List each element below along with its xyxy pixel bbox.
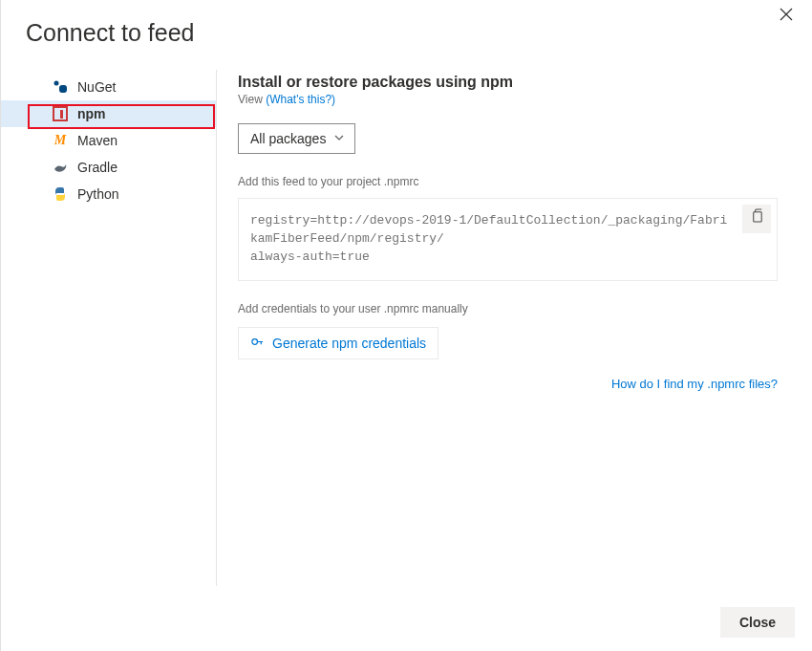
- npmrc-code-block: registry=http://devops-2019-1/DefaultCol…: [238, 198, 778, 281]
- section-label-user-npmrc: Add credentials to your user .npmrc manu…: [238, 302, 778, 315]
- sidebar-item-label: Python: [77, 186, 119, 202]
- view-dropdown[interactable]: All packages: [238, 123, 355, 154]
- code-line: always-auth=true: [250, 249, 733, 267]
- sidebar-item-nuget[interactable]: NuGet: [1, 74, 216, 100]
- sidebar-item-maven[interactable]: M Maven: [1, 127, 216, 154]
- sidebar-item-npm[interactable]: npm: [1, 100, 216, 127]
- sidebar-item-label: Gradle: [77, 160, 118, 175]
- code-line: registry=http://devops-2019-1/DefaultCol…: [250, 212, 733, 249]
- svg-rect-1: [59, 85, 67, 93]
- whats-this-link[interactable]: (What's this?): [266, 93, 335, 106]
- gradle-icon: [53, 160, 68, 175]
- sidebar-item-label: npm: [77, 106, 106, 121]
- svg-rect-4: [753, 212, 760, 222]
- sidebar-item-label: Maven: [77, 133, 118, 148]
- view-line: View (What's this?): [238, 93, 778, 106]
- copy-icon: [750, 208, 764, 229]
- generate-credentials-button[interactable]: Generate npm credentials: [238, 327, 438, 359]
- copy-button[interactable]: [742, 205, 771, 233]
- svg-point-0: [54, 81, 59, 86]
- svg-point-5: [252, 338, 258, 344]
- main-panel: Install or restore packages using npm Vi…: [217, 70, 812, 586]
- section-label-project-npmrc: Add this feed to your project .npmrc: [238, 175, 778, 188]
- generate-credentials-label: Generate npm credentials: [272, 336, 426, 351]
- chevron-down-icon: [333, 131, 345, 146]
- python-icon: [53, 186, 68, 202]
- close-icon[interactable]: [780, 8, 799, 27]
- view-label: View: [238, 93, 266, 106]
- close-button[interactable]: Close: [720, 607, 795, 638]
- sidebar-item-label: NuGet: [77, 79, 116, 95]
- sidebar-item-gradle[interactable]: Gradle: [1, 154, 216, 181]
- dropdown-selected: All packages: [250, 131, 326, 146]
- key-icon: [250, 335, 265, 352]
- svg-rect-3: [60, 110, 63, 119]
- maven-icon: M: [53, 133, 68, 148]
- nuget-icon: [53, 79, 68, 95]
- find-npmrc-help-link[interactable]: How do I find my .npmrc files?: [611, 377, 778, 391]
- sidebar-item-python[interactable]: Python: [1, 181, 216, 207]
- npm-icon: [53, 106, 68, 121]
- main-heading: Install or restore packages using npm: [238, 74, 778, 91]
- sidebar: NuGet npm M Maven Gradle: [1, 70, 217, 586]
- connect-to-feed-dialog: Connect to feed NuGet npm M Maven: [0, 0, 812, 651]
- dialog-title: Connect to feed: [1, 0, 812, 47]
